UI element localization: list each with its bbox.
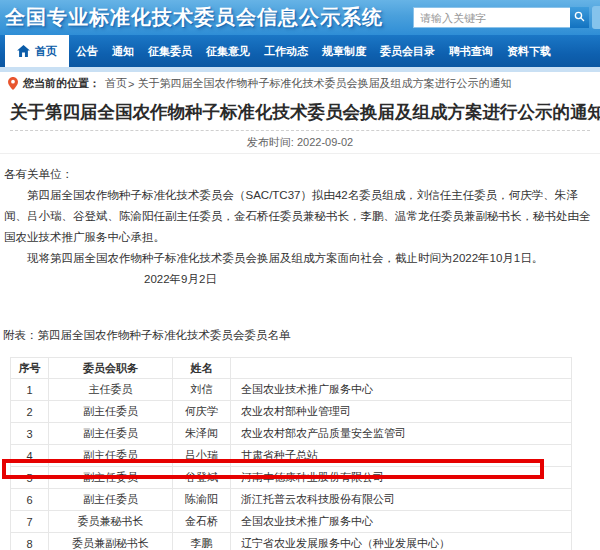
nav-item-label: 首页 [35, 44, 57, 59]
cell-no: 7 [11, 511, 49, 533]
table-row-highlighted: 6 副主任委员 陈渝阳 浙江托普云农科技股份有限公司 [11, 489, 572, 511]
cell-name: 吕小瑞 [173, 445, 231, 467]
cell-org: 全国农业技术推广服务中心 [231, 379, 572, 401]
cell-name: 刘信 [173, 379, 231, 401]
nav-item-solicit-opinions[interactable]: 征集意见 [199, 35, 257, 67]
publish-time: 发布时间: 2022-09-02 [0, 131, 600, 154]
main-nav: 首页 公告 通知 征集委员 征集意见 工作动态 规章制度 委员会目录 聘书查询 … [0, 35, 600, 67]
article-title: 关于第四届全国农作物种子标准化技术委员会换届及组成方案进行公示的通知 [10, 99, 590, 131]
table-row: 8 委员兼副秘书长 李鹏 辽宁省农业发展服务中心（种业发展中心） [11, 533, 572, 550]
table-row: 3 副主任委员 朱泽闻 农业农村部农产品质量安全监管司 [11, 423, 572, 445]
nav-item-rules[interactable]: 规章制度 [315, 35, 373, 67]
cell-name: 谷登斌 [173, 467, 231, 489]
breadcrumb-label: 您当前的位置： [23, 76, 100, 91]
col-header-name: 姓名 [173, 358, 231, 379]
cell-name: 何庆学 [173, 401, 231, 423]
col-header-org [231, 358, 572, 379]
article-body: 各有关单位： 第四届全国农作物种子标准化技术委员会（SAC/TC37）拟由42名… [0, 154, 600, 290]
cell-name: 金石桥 [173, 511, 231, 533]
breadcrumb: 您当前的位置： 首页 > 关于第四届全国农作物种子标准化技术委员会换届及组成方案… [0, 72, 600, 91]
nav-item-recruit-members[interactable]: 征集委员 [141, 35, 199, 67]
cell-org: 河南丰德康种业股份有限公司 [231, 467, 572, 489]
cell-name: 陈渝阳 [173, 489, 231, 511]
member-roster-table: 序号 委员会职务 姓名 1 主任委员 刘信 全国农业技术推广服务中心 2 副主任… [10, 357, 572, 550]
cell-no: 5 [11, 467, 49, 489]
site-header: 全国专业标准化技术委员会信息公示系统 [0, 0, 600, 35]
location-pin-icon [8, 77, 18, 90]
home-icon [17, 45, 30, 57]
search-icon [574, 10, 585, 25]
nav-item-announcements[interactable]: 公告 [69, 35, 105, 67]
cell-no: 4 [11, 445, 49, 467]
breadcrumb-separator: > [128, 78, 134, 90]
nav-item-home[interactable]: 首页 [5, 35, 69, 67]
signature-date: 2022年9月2日 [4, 269, 594, 290]
cell-no: 6 [11, 489, 49, 511]
search-button[interactable] [570, 7, 589, 28]
nav-item-certificate-query[interactable]: 聘书查询 [442, 35, 500, 67]
site-title: 全国专业标准化技术委员会信息公示系统 [5, 4, 383, 31]
cell-no: 8 [11, 533, 49, 550]
cell-role: 副主任委员 [49, 489, 173, 511]
cell-role: 副主任委员 [49, 401, 173, 423]
nav-item-work-news[interactable]: 工作动态 [257, 35, 315, 67]
cell-role: 副主任委员 [49, 445, 173, 467]
breadcrumb-current-link[interactable]: 关于第四届全国农作物种子标准化技术委员会换届及组成方案进行公示的通知 [137, 76, 511, 91]
salutation: 各有关单位： [4, 164, 594, 185]
table-row: 4 副主任委员 吕小瑞 甘肃省种子总站 [11, 445, 572, 467]
header-edge-decoration [592, 6, 600, 29]
page: 全国专业标准化技术委员会信息公示系统 首页 公告 [0, 0, 600, 550]
cell-org: 甘肃省种子总站 [231, 445, 572, 467]
col-header-no: 序号 [11, 358, 49, 379]
cell-no: 3 [11, 423, 49, 445]
paragraph-1: 第四届全国农作物种子标准化技术委员会（SAC/TC37）拟由42名委员组成，刘信… [4, 185, 594, 248]
paragraph-2: 现将第四届全国农作物种子标准化技术委员会换届及组成方案面向社会，截止时间为202… [4, 248, 594, 269]
cell-name: 朱泽闻 [173, 423, 231, 445]
search-bar [413, 7, 589, 28]
cell-role: 副主任委员 [49, 467, 173, 489]
table-header-row: 序号 委员会职务 姓名 [11, 358, 572, 379]
cell-role: 委员兼副秘书长 [49, 533, 173, 550]
cell-role: 主任委员 [49, 379, 173, 401]
table-row: 1 主任委员 刘信 全国农业技术推广服务中心 [11, 379, 572, 401]
cell-role: 委员兼秘书长 [49, 511, 173, 533]
article: 关于第四届全国农作物种子标准化技术委员会换届及组成方案进行公示的通知 发布时间:… [0, 99, 600, 550]
attachment-label: 附表：第四届全国农作物种子标准化技术委员会委员名单 [3, 328, 600, 343]
table-row: 5 副主任委员 谷登斌 河南丰德康种业股份有限公司 [11, 467, 572, 489]
cell-no: 1 [11, 379, 49, 401]
cell-org: 辽宁省农业发展服务中心（种业发展中心） [231, 533, 572, 550]
table-row: 7 委员兼秘书长 金石桥 全国农业技术推广服务中心 [11, 511, 572, 533]
cell-org: 浙江托普云农科技股份有限公司 [231, 489, 572, 511]
breadcrumb-home-link[interactable]: 首页 [105, 76, 127, 91]
nav-item-downloads[interactable]: 资料下载 [500, 35, 558, 67]
nav-item-committee-directory[interactable]: 委员会目录 [373, 35, 442, 67]
col-header-role: 委员会职务 [49, 358, 173, 379]
cell-role: 副主任委员 [49, 423, 173, 445]
search-input[interactable] [413, 7, 570, 28]
cell-org: 全国农业技术推广服务中心 [231, 511, 572, 533]
cell-org: 农业农村部种业管理司 [231, 401, 572, 423]
cell-org: 农业农村部农产品质量安全监管司 [231, 423, 572, 445]
nav-item-notices[interactable]: 通知 [105, 35, 141, 67]
cell-no: 2 [11, 401, 49, 423]
cell-name: 李鹏 [173, 533, 231, 550]
table-row: 2 副主任委员 何庆学 农业农村部种业管理司 [11, 401, 572, 423]
